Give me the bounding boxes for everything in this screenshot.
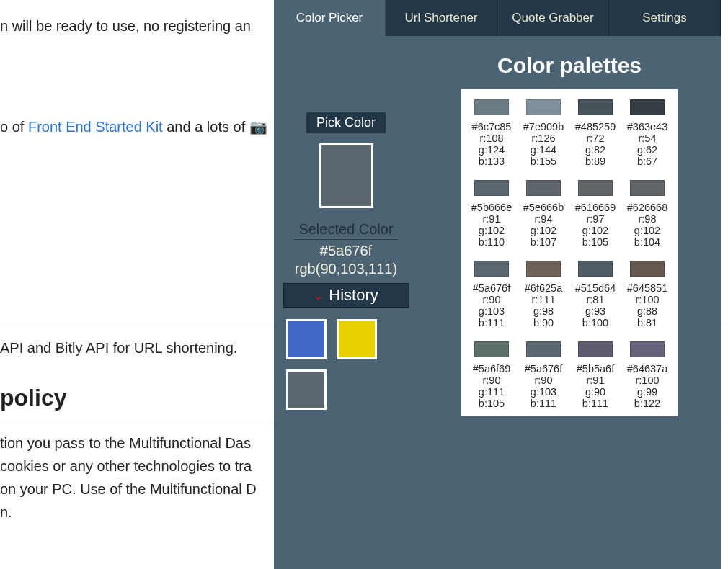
palette-cell[interactable]: #5a6f69r:90g:111b:105 [467,341,516,409]
left-column: Pick Color Selected Color #5a676f rgb(90… [274,36,418,569]
palette-b: b:111 [531,398,556,409]
palette-hex: #64637a [627,363,667,375]
palette-hex: #626668 [627,202,667,213]
palette-g: g:102 [582,225,608,236]
tab-color-picker[interactable]: Color Picker [274,0,386,36]
palette-g: g:99 [637,386,657,398]
tab-url-shortener[interactable]: Url Shortener [386,0,497,36]
palette-g: g:144 [531,144,556,156]
palette-cell[interactable]: #6c7c85r:108g:124b:133 [467,99,516,167]
palette-cell[interactable]: #515d64r:81g:93b:100 [571,261,620,328]
history-swatch[interactable] [286,369,327,410]
tab-quote-grabber[interactable]: Quote Grabber [497,0,609,36]
palette-hex: #5a676f [525,363,562,375]
palette-hex: #5a6f69 [473,363,510,375]
palette-cell[interactable]: #616669r:97g:102b:105 [571,180,620,248]
palette-g: g:82 [585,144,605,156]
palette-r: r:90 [483,375,501,386]
chevron-down-icon: ⌄ [314,289,323,303]
right-column: Color palettes #6c7c85r:108g:124b:133#7e… [418,36,721,569]
palette-g: g:103 [531,386,556,398]
palette-cell[interactable]: #5b5a6fr:91g:90b:111 [571,341,620,409]
history-swatch[interactable] [337,319,377,359]
palette-chip [578,261,613,277]
palette-cell[interactable]: #64637ar:100g:99b:122 [623,341,672,409]
tabs-bar: Color Picker Url Shortener Quote Grabber… [274,0,721,36]
palette-cell[interactable]: #5b666er:91g:102b:110 [467,180,516,248]
palette-chip [474,180,509,196]
palette-g: g:62 [637,144,657,156]
palette-g: g:111 [479,386,505,398]
palette-cell[interactable]: #485259r:72g:82b:89 [571,99,620,167]
tab-settings[interactable]: Settings [609,0,721,36]
palette-hex: #645851 [627,282,667,294]
palette-b: b:89 [585,156,605,167]
palette-b: b:105 [479,398,505,409]
history-label: History [329,286,378,305]
bg-text: o of [0,119,28,135]
palette-r: r:126 [531,133,555,144]
palette-g: g:90 [585,386,605,398]
palette-cell[interactable]: #7e909br:126g:144b:155 [519,99,568,167]
palette-chip [578,180,613,196]
palette-r: r:94 [535,213,553,225]
palette-cell[interactable]: #645851r:100g:88b:81 [623,261,672,328]
palette-g: g:102 [531,225,556,236]
palette-hex: #5b666e [471,202,512,213]
palette-g: g:88 [637,305,657,317]
bg-link-frontend-kit[interactable]: Front End Started Kit [28,119,163,135]
palette-chip [474,99,509,115]
palette-hex: #5b5a6f [577,363,614,375]
palette-cell[interactable]: #5e666br:94g:102b:107 [519,180,568,248]
palette-g: g:102 [634,225,660,236]
palette-cell[interactable]: #5a676fr:90g:103b:111 [467,261,516,328]
palette-cell[interactable]: #363e43r:54g:62b:67 [623,99,672,167]
palette-cell[interactable]: #5a676fr:90g:103b:111 [519,341,568,409]
selected-color-hex: #5a676f [320,243,372,259]
palette-cell[interactable]: #626668r:98g:102b:104 [623,180,672,248]
palette-b: b:111 [479,317,505,328]
palette-chip [474,261,509,277]
palette-chip [630,99,665,115]
history-toggle[interactable]: ⌄ History [283,283,409,308]
palette-r: r:90 [535,375,553,386]
palette-b: b:133 [479,156,505,167]
palette-g: g:93 [585,305,605,317]
palette-b: b:104 [634,236,660,248]
palette-r: r:81 [587,294,605,305]
palette-cell[interactable]: #6f625ar:111g:98b:90 [519,261,568,328]
palette-b: b:81 [637,317,657,328]
palette-b: b:155 [531,156,556,167]
palette-r: r:108 [479,133,503,144]
palettes-title: Color palettes [497,53,642,78]
palette-b: b:107 [531,236,556,248]
palette-hex: #7e909b [523,121,564,133]
history-swatch[interactable] [286,319,327,359]
history-swatches [283,319,409,410]
palette-chip [630,341,665,357]
palette-hex: #6c7c85 [472,121,512,133]
palette-chip [630,180,665,196]
palette-g: g:98 [533,305,554,317]
picked-color-swatch [319,143,373,208]
palette-r: r:100 [635,375,659,386]
palette-b: b:105 [582,236,608,248]
palette-r: r:54 [639,133,657,144]
palette-r: r:100 [635,294,659,305]
palette-hex: #485259 [575,121,616,133]
palette-g: g:103 [479,305,505,317]
palette-b: b:67 [637,156,657,167]
palette-chip [526,99,561,115]
palette-b: b:90 [533,317,554,328]
palette-chip [630,261,665,277]
palette-chip [474,341,509,357]
pick-color-button[interactable]: Pick Color [306,112,386,133]
palette-chip [526,261,561,277]
palettes-grid: #6c7c85r:108g:124b:133#7e909br:126g:144b… [461,89,678,416]
panel-body: Pick Color Selected Color #5a676f rgb(90… [274,36,721,569]
palette-g: g:102 [479,225,505,236]
palette-chip [526,341,561,357]
palette-chip [578,341,613,357]
palette-hex: #6f625a [525,282,562,294]
camera-icon: 📷 [249,119,267,135]
